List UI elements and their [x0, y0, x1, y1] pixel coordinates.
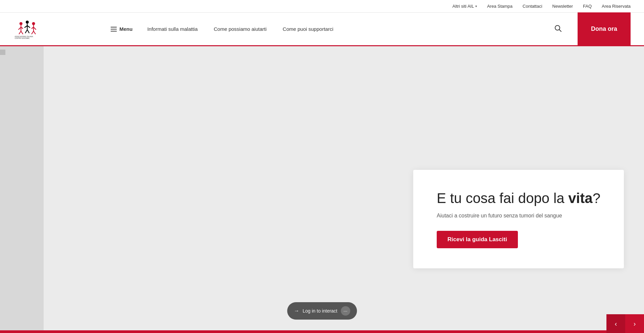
svg-line-5	[21, 31, 23, 34]
menu-label: Menu	[119, 26, 132, 32]
svg-line-4	[19, 31, 21, 34]
top-utility-bar: Altri siti AIL ▾ Area Stampa Contattaci …	[0, 0, 644, 13]
menu-toggle-btn[interactable]: Menu	[104, 26, 139, 32]
svg-line-21	[559, 30, 561, 32]
nav-supportarci-link[interactable]: Come puoi supportarci	[275, 26, 341, 32]
small-image	[0, 50, 5, 55]
main-nav: Menu Informati sulla malattia Come possi…	[104, 22, 564, 36]
nav-arrows: ‹ ›	[606, 314, 644, 333]
login-bar-wrapper: → Log in to interact ···	[287, 302, 357, 320]
area-riservata-link[interactable]: Area Riservata	[602, 4, 631, 9]
login-bar-dots-button[interactable]: ···	[341, 306, 350, 316]
prev-arrow-button[interactable]: ‹	[606, 314, 625, 333]
main-content: E tu cosa fai dopo la vita? Aiutaci a co…	[0, 46, 644, 333]
hero-title: E tu cosa fai dopo la vita?	[437, 190, 600, 207]
svg-line-10	[25, 29, 27, 33]
ail-logo: ASSOCIAZIONE ITALIANA CONTRO LEUCEMIE,	[13, 17, 44, 41]
hero-card: E tu cosa fai dopo la vita? Aiutaci a co…	[413, 170, 624, 268]
svg-line-8	[24, 25, 27, 27]
svg-point-0	[19, 22, 22, 25]
svg-point-12	[32, 22, 35, 25]
hamburger-icon	[111, 27, 117, 31]
nav-informati-link[interactable]: Informati sulla malattia	[139, 26, 206, 32]
nav-come-aiutarti-link[interactable]: Come possiamo aiutarti	[206, 26, 275, 32]
contattaci-link[interactable]: Contattaci	[523, 4, 542, 9]
logo-area: ASSOCIAZIONE ITALIANA CONTRO LEUCEMIE,	[13, 17, 91, 41]
svg-text:CONTRO LEUCEMIE,: CONTRO LEUCEMIE,	[15, 37, 30, 39]
svg-line-16	[32, 31, 34, 34]
faq-link[interactable]: FAQ	[583, 4, 592, 9]
search-icon	[554, 24, 561, 32]
altri-siti-link[interactable]: Altri siti AIL ▾	[452, 4, 477, 9]
altri-siti-label: Altri siti AIL	[452, 4, 474, 9]
main-header: ASSOCIAZIONE ITALIANA CONTRO LEUCEMIE, M…	[0, 13, 644, 46]
svg-point-6	[26, 20, 29, 23]
svg-line-17	[34, 31, 36, 34]
newsletter-link[interactable]: Newsletter	[552, 4, 573, 9]
dona-ora-button[interactable]: Dona ora	[578, 12, 631, 46]
chevron-down-icon: ▾	[475, 4, 477, 8]
search-button[interactable]	[551, 22, 564, 36]
next-arrow-button[interactable]: ›	[625, 314, 644, 333]
area-stampa-link[interactable]: Area Stampa	[487, 4, 513, 9]
hero-subtitle: Aiutaci a costruire un futuro senza tumo…	[437, 213, 600, 219]
svg-line-11	[27, 29, 29, 33]
login-bar: → Log in to interact ···	[287, 302, 357, 320]
svg-line-9	[27, 25, 30, 27]
left-strip	[0, 46, 44, 333]
login-bar-label[interactable]: Log in to interact	[303, 308, 337, 314]
login-icon: →	[294, 308, 299, 314]
bottom-red-bar	[0, 330, 644, 333]
hero-cta-button[interactable]: Ricevi la guida Lasciti	[437, 231, 518, 249]
